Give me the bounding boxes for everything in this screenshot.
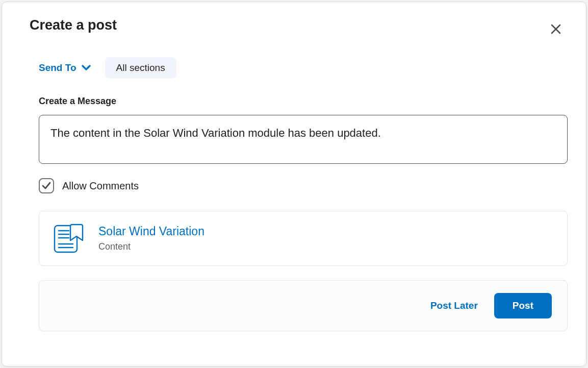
- recipient-chip-label: All sections: [116, 62, 165, 73]
- allow-comments-checkbox[interactable]: [39, 178, 54, 193]
- send-to-dropdown[interactable]: Send To: [39, 62, 91, 73]
- send-to-label: Send To: [39, 62, 76, 73]
- send-to-row: Send To All sections: [39, 57, 568, 79]
- post-later-button[interactable]: Post Later: [430, 300, 478, 311]
- post-button[interactable]: Post: [494, 293, 552, 318]
- content-module-icon: [52, 222, 85, 255]
- modal-footer: Post Later Post: [39, 280, 568, 331]
- recipient-chip[interactable]: All sections: [105, 57, 176, 79]
- message-text: The content in the Solar Wind Variation …: [50, 127, 381, 139]
- chevron-down-icon: [82, 65, 91, 71]
- modal-header: Create a post: [20, 17, 568, 38]
- attachment-title: Solar Wind Variation: [98, 225, 204, 238]
- attachment-info: Solar Wind Variation Content: [98, 225, 204, 252]
- attachment-card[interactable]: Solar Wind Variation Content: [39, 211, 568, 266]
- checkmark-icon: [41, 181, 52, 191]
- allow-comments-label: Allow Comments: [62, 180, 139, 192]
- message-input[interactable]: The content in the Solar Wind Variation …: [39, 115, 568, 164]
- create-post-modal: Create a post Send To All sections Creat…: [2, 2, 586, 366]
- allow-comments-row: Allow Comments: [39, 178, 568, 193]
- message-field-label: Create a Message: [39, 96, 568, 107]
- close-button[interactable]: [547, 20, 565, 38]
- modal-body: Send To All sections Create a Message Th…: [20, 57, 568, 331]
- close-icon: [550, 23, 561, 35]
- attachment-subtitle: Content: [98, 241, 204, 252]
- modal-title: Create a post: [20, 17, 117, 33]
